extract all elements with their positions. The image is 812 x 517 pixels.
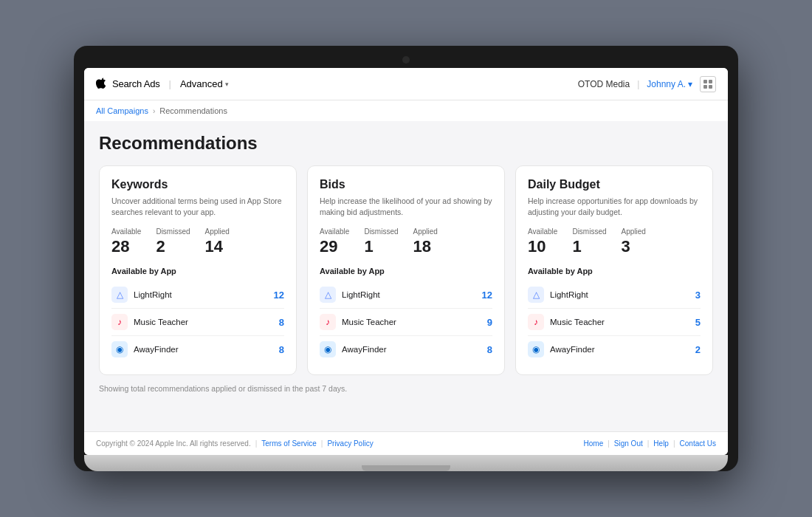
app-name-awayfinder: AwayFinder (134, 345, 179, 354)
breadcrumb-all-campaigns[interactable]: All Campaigns (96, 106, 148, 115)
keywords-available-label: Available (111, 227, 141, 236)
keywords-stats-row: Available 28 Dismissed 2 Applied 14 (111, 227, 284, 256)
footer-signout-link[interactable]: Sign Out (614, 439, 643, 448)
awayfinder-icon: ◉ (111, 341, 128, 357)
footer-nav: Home | Sign Out | Help | Contact Us (584, 439, 716, 448)
list-item[interactable]: ◉ AwayFinder 8 (320, 335, 492, 363)
user-menu[interactable]: Johnny A. ▾ (647, 79, 692, 89)
musicteacher-icon: ♪ (111, 314, 128, 330)
daily-budget-card: Daily Budget Help increase opportunities… (515, 165, 713, 375)
app-name-lightright: LightRight (342, 290, 380, 299)
brand-name: Search Ads (112, 78, 160, 89)
keywords-card: Keywords Uncover additional terms being … (99, 165, 297, 375)
keywords-lightright-count: 12 (274, 290, 284, 301)
list-item[interactable]: ♪ Music Teacher 8 (111, 308, 284, 335)
privacy-policy-link[interactable]: Privacy Policy (327, 439, 373, 448)
bids-available-label: Available (320, 227, 349, 236)
daily-budget-applied-label: Applied (622, 227, 646, 236)
bids-card-title: Bids (320, 178, 492, 191)
footer-contact-link[interactable]: Contact Us (680, 439, 716, 448)
bids-dismissed-value: 1 (364, 237, 398, 256)
musicteacher-icon: ♪ (320, 314, 336, 330)
keywords-applied-label: Applied (205, 227, 230, 236)
lightright-icon: △ (320, 287, 336, 303)
apple-logo-icon (96, 76, 106, 92)
musicteacher-icon: ♪ (528, 314, 544, 330)
footer-separator-1: | (255, 439, 258, 448)
keywords-applied-value: 14 (205, 237, 230, 256)
bids-available-value: 29 (320, 237, 349, 256)
user-chevron-icon: ▾ (688, 79, 692, 89)
list-item[interactable]: ♪ Music Teacher 9 (320, 308, 492, 335)
app-name-musicteacher: Music Teacher (134, 318, 188, 326)
footer-help-link[interactable]: Help (653, 439, 669, 448)
advanced-mode-dropdown[interactable]: Advanced ▾ (180, 78, 229, 89)
daily-budget-card-title: Daily Budget (528, 178, 701, 191)
app-name-awayfinder: AwayFinder (550, 345, 595, 354)
keywords-awayfinder-count: 8 (279, 344, 284, 355)
keywords-dismissed-label: Dismissed (156, 227, 190, 236)
bids-applied-value: 18 (413, 237, 438, 256)
bids-applied-label: Applied (413, 227, 438, 236)
daily-budget-app-list: △ LightRight 3 ♪ Music Teacher 5 (528, 281, 701, 363)
lightright-icon: △ (528, 287, 544, 303)
bids-dismissed-label: Dismissed (364, 227, 398, 236)
brand-divider: | (169, 78, 171, 89)
awayfinder-icon: ◉ (320, 341, 336, 357)
keywords-musicteacher-count: 8 (279, 317, 284, 328)
daily-budget-awayfinder-count: 2 (695, 344, 701, 355)
header-vertical-divider: | (637, 79, 639, 89)
footer-note: Showing total recommendations applied or… (99, 384, 713, 393)
daily-budget-card-desc: Help increase opportunities for app down… (528, 196, 701, 217)
list-item[interactable]: △ LightRight 3 (528, 281, 701, 308)
footer-separator-2: | (321, 439, 323, 448)
app-name-musicteacher: Music Teacher (550, 318, 605, 326)
list-item[interactable]: △ LightRight 12 (320, 281, 492, 308)
org-name: OTOD Media (578, 79, 630, 89)
footer-copyright-section: Copyright © 2024 Apple Inc. All rights r… (96, 439, 374, 448)
keywords-section-label: Available by App (111, 267, 284, 275)
daily-budget-available-value: 10 (528, 237, 557, 256)
footer-home-link[interactable]: Home (584, 439, 604, 448)
advanced-label-text: Advanced (180, 78, 223, 89)
bids-stats-row: Available 29 Dismissed 1 Applied 18 (320, 227, 492, 256)
terms-of-service-link[interactable]: Terms of Service (261, 439, 316, 448)
grid-icon (703, 80, 712, 89)
lightright-icon: △ (111, 287, 128, 303)
breadcrumb-separator: › (153, 107, 155, 115)
page-title: Recommendations (99, 133, 713, 154)
breadcrumb: All Campaigns › Recommendations (96, 106, 716, 115)
bids-app-list: △ LightRight 12 ♪ Music Teacher 9 (320, 281, 492, 363)
bids-musicteacher-count: 9 (487, 317, 492, 328)
keywords-available-value: 28 (111, 237, 141, 256)
daily-budget-section-label: Available by App (528, 267, 701, 275)
list-item[interactable]: ◉ AwayFinder 8 (111, 335, 284, 363)
list-item[interactable]: ◉ AwayFinder 2 (528, 335, 701, 363)
page-footer: Copyright © 2024 Apple Inc. All rights r… (84, 431, 728, 455)
list-item[interactable]: ♪ Music Teacher 5 (528, 308, 701, 335)
bids-awayfinder-count: 8 (487, 344, 492, 355)
breadcrumb-current: Recommendations (159, 106, 227, 115)
app-name-awayfinder: AwayFinder (342, 345, 387, 354)
keywords-dismissed-value: 2 (156, 237, 190, 256)
awayfinder-icon: ◉ (528, 341, 544, 357)
daily-budget-lightright-count: 3 (695, 290, 701, 301)
daily-budget-dismissed-value: 1 (572, 237, 606, 256)
app-name-lightright: LightRight (550, 290, 588, 299)
bids-card: Bids Help increase the likelihood of you… (307, 165, 505, 375)
list-item[interactable]: △ LightRight 12 (111, 281, 284, 308)
bids-section-label: Available by App (320, 267, 492, 275)
keywords-card-desc: Uncover additional terms being used in A… (111, 196, 284, 217)
keywords-card-title: Keywords (111, 178, 284, 191)
bids-lightright-count: 12 (482, 290, 492, 301)
app-name-musicteacher: Music Teacher (342, 318, 396, 326)
user-name-text: Johnny A. (647, 79, 686, 89)
daily-budget-stats-row: Available 10 Dismissed 1 Applied 3 (528, 227, 701, 256)
recommendations-grid: Keywords Uncover additional terms being … (99, 165, 713, 375)
layout-toggle-button[interactable] (700, 76, 716, 92)
advanced-chevron-icon: ▾ (225, 81, 229, 88)
daily-budget-applied-value: 3 (622, 237, 646, 256)
app-name-lightright: LightRight (134, 290, 172, 299)
keywords-app-list: △ LightRight 12 ♪ Music Teacher 8 (111, 281, 284, 363)
daily-budget-musicteacher-count: 5 (695, 317, 701, 328)
